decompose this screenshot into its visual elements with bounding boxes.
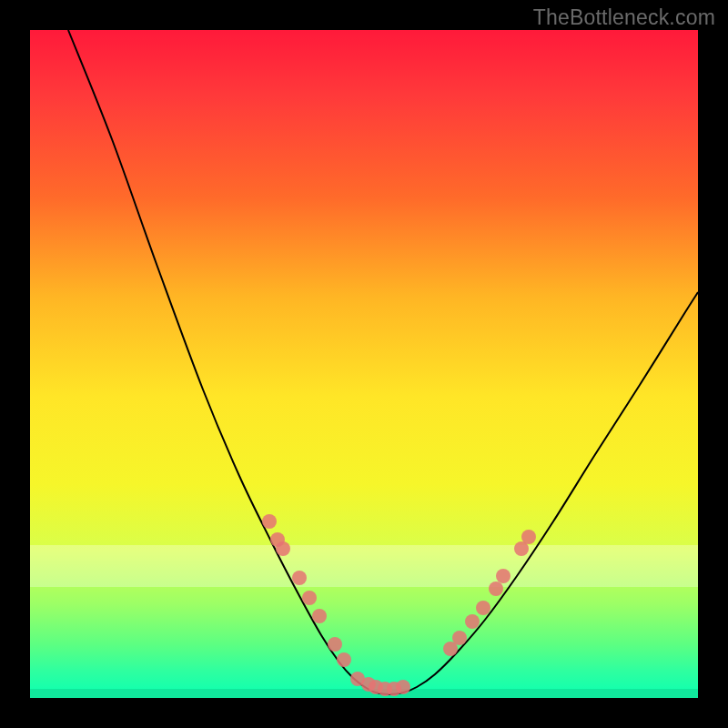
data-marker	[337, 652, 351, 667]
data-marker	[302, 591, 317, 605]
data-marker	[396, 680, 410, 694]
curve-layer	[30, 30, 698, 698]
watermark-text: TheBottleneck.com	[533, 5, 715, 30]
data-marker	[276, 541, 290, 556]
data-marker	[489, 581, 503, 596]
marker-group	[262, 514, 536, 696]
data-marker	[496, 569, 511, 583]
data-marker	[312, 609, 327, 623]
bottleneck-curve	[68, 30, 698, 694]
data-marker	[476, 601, 490, 615]
data-marker	[292, 571, 307, 585]
data-marker	[465, 614, 480, 629]
data-marker	[521, 530, 536, 544]
data-marker	[328, 637, 342, 652]
data-marker	[262, 514, 277, 529]
data-marker	[452, 631, 467, 645]
chart-frame: TheBottleneck.com	[0, 0, 728, 728]
